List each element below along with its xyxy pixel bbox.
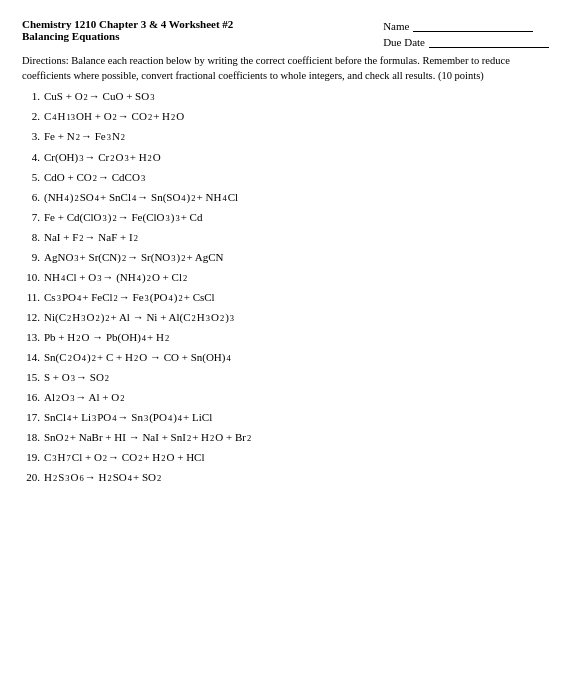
- name-field[interactable]: [413, 18, 533, 32]
- topic-title: Balancing Equations: [22, 30, 233, 42]
- reaction-row-9: 9.AgNO3 + Sr(CN)2 → Sr(NO3)2 + AgCN: [22, 249, 549, 266]
- reaction-number: 13.: [22, 329, 44, 346]
- name-label: Name: [383, 20, 409, 32]
- reaction-equation: CuS + O2 → CuO + SO3: [44, 88, 154, 105]
- reaction-number: 12.: [22, 309, 44, 326]
- reaction-equation: CdO + CO2 → CdCO3: [44, 169, 145, 186]
- reaction-row-7: 7.Fe + Cd(ClO3)2 → Fe(ClO3)3 + Cd: [22, 209, 549, 226]
- reaction-row-20: 20.H2S3O6 → H2SO4 + SO2: [22, 469, 549, 486]
- directions-text: Directions: Balance each reaction below …: [22, 54, 549, 83]
- reaction-equation: SnCl4 + Li3PO4 → Sn3(PO4)4 + LiCl: [44, 409, 212, 426]
- reaction-equation: C3H7Cl + O2 → CO2 + H2O + HCl: [44, 449, 205, 466]
- reaction-equation: SnO2 + NaBr + HI → NaI + SnI2 + H2O + Br…: [44, 429, 251, 446]
- reaction-equation: H2S3O6 → H2SO4 + SO2: [44, 469, 161, 486]
- reaction-equation: NH4Cl + O3 → (NH4)2O + Cl2: [44, 269, 187, 286]
- reactions-list: 1.CuS + O2 → CuO + SO32.C4H13OH + O2 → C…: [22, 88, 549, 486]
- header-section: Chemistry 1210 Chapter 3 & 4 Worksheet #…: [22, 18, 549, 48]
- course-info: Chemistry 1210 Chapter 3 & 4 Worksheet #…: [22, 18, 233, 48]
- reaction-equation: Ni(C2H3O2)2 + Al → Ni + Al(C2H3O2)3: [44, 309, 234, 326]
- reaction-number: 9.: [22, 249, 44, 266]
- reaction-equation: Pb + H2O → Pb(OH)4 + H2: [44, 329, 169, 346]
- reaction-row-15: 15.S + O3 → SO2: [22, 369, 549, 386]
- reaction-row-2: 2.C4H13OH + O2 → CO2 + H2O: [22, 108, 549, 125]
- reaction-number: 7.: [22, 209, 44, 226]
- course-title: Chemistry 1210 Chapter 3 & 4 Worksheet #…: [22, 18, 233, 30]
- reaction-row-11: 11.Cs3PO4 + FeCl2 → Fe3(PO4)2 + CsCl: [22, 289, 549, 306]
- name-date-section: Name Due Date: [383, 18, 549, 48]
- reaction-equation: Fe + Cd(ClO3)2 → Fe(ClO3)3 + Cd: [44, 209, 202, 226]
- reaction-equation: NaI + F2 → NaF + I2: [44, 229, 138, 246]
- reaction-row-14: 14.Sn(C2O4)2 + C + H2O → CO + Sn(OH)4: [22, 349, 549, 366]
- date-row: Due Date: [383, 34, 549, 48]
- reaction-row-4: 4.Cr(OH)3 → Cr2O3 + H2O: [22, 149, 549, 166]
- reaction-equation: Al2O3 → Al + O2: [44, 389, 125, 406]
- reaction-row-17: 17.SnCl4 + Li3PO4 → Sn3(PO4)4 + LiCl: [22, 409, 549, 426]
- date-label: Due Date: [383, 36, 425, 48]
- reaction-row-18: 18.SnO2 + NaBr + HI → NaI + SnI2 + H2O +…: [22, 429, 549, 446]
- reaction-number: 15.: [22, 369, 44, 386]
- reaction-equation: Cs3PO4 + FeCl2 → Fe3(PO4)2 + CsCl: [44, 289, 215, 306]
- reaction-number: 3.: [22, 128, 44, 145]
- reaction-row-8: 8.NaI + F2 → NaF + I2: [22, 229, 549, 246]
- reaction-number: 6.: [22, 189, 44, 206]
- reaction-number: 14.: [22, 349, 44, 366]
- reaction-number: 1.: [22, 88, 44, 105]
- reaction-number: 5.: [22, 169, 44, 186]
- reaction-number: 11.: [22, 289, 44, 306]
- reaction-row-13: 13.Pb + H2O → Pb(OH)4 + H2: [22, 329, 549, 346]
- name-row: Name: [383, 18, 549, 32]
- reaction-equation: S + O3 → SO2: [44, 369, 109, 386]
- reaction-number: 18.: [22, 429, 44, 446]
- reaction-equation: (NH4)2SO4 + SnCl4 → Sn(SO4)2 + NH4Cl: [44, 189, 238, 206]
- reaction-number: 16.: [22, 389, 44, 406]
- reaction-number: 8.: [22, 229, 44, 246]
- reaction-row-16: 16.Al2O3 → Al + O2: [22, 389, 549, 406]
- reaction-equation: C4H13OH + O2 → CO2 + H2O: [44, 108, 184, 125]
- reaction-row-10: 10.NH4Cl + O3 → (NH4)2O + Cl2: [22, 269, 549, 286]
- reaction-row-3: 3.Fe + N2 → Fe3N2: [22, 128, 549, 145]
- reaction-number: 17.: [22, 409, 44, 426]
- reaction-number: 10.: [22, 269, 44, 286]
- reaction-number: 2.: [22, 108, 44, 125]
- reaction-number: 20.: [22, 469, 44, 486]
- reaction-equation: Sn(C2O4)2 + C + H2O → CO + Sn(OH)4: [44, 349, 231, 366]
- date-field[interactable]: [429, 34, 549, 48]
- reaction-row-6: 6.(NH4)2SO4 + SnCl4 → Sn(SO4)2 + NH4Cl: [22, 189, 549, 206]
- reaction-number: 19.: [22, 449, 44, 466]
- reaction-row-5: 5.CdO + CO2 → CdCO3: [22, 169, 549, 186]
- reaction-row-1: 1.CuS + O2 → CuO + SO3: [22, 88, 549, 105]
- reaction-number: 4.: [22, 149, 44, 166]
- reaction-equation: Fe + N2 → Fe3N2: [44, 128, 125, 145]
- reaction-row-12: 12.Ni(C2H3O2)2 + Al → Ni + Al(C2H3O2)3: [22, 309, 549, 326]
- reaction-row-19: 19.C3H7Cl + O2 → CO2 + H2O + HCl: [22, 449, 549, 466]
- reaction-equation: AgNO3 + Sr(CN)2 → Sr(NO3)2 + AgCN: [44, 249, 224, 266]
- reaction-equation: Cr(OH)3 → Cr2O3 + H2O: [44, 149, 161, 166]
